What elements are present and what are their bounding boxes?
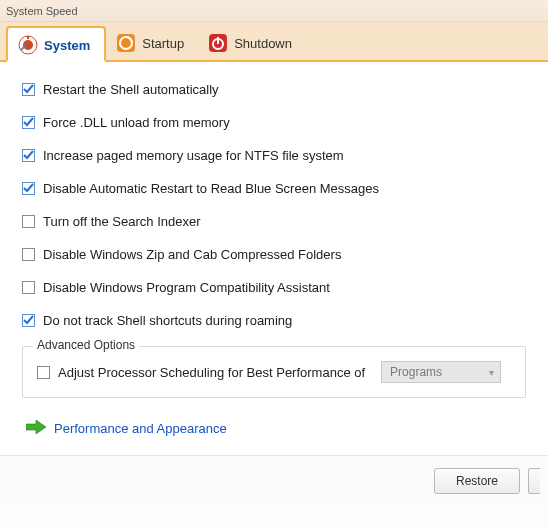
select-value: Programs bbox=[390, 365, 442, 379]
tab-label: Startup bbox=[142, 36, 184, 51]
checkbox[interactable] bbox=[22, 116, 35, 129]
footer-bar: Restore bbox=[0, 455, 548, 506]
tab-startup[interactable]: Startup bbox=[106, 24, 198, 60]
option-paged-memory[interactable]: Increase paged memory usage for NTFS fil… bbox=[22, 148, 526, 163]
svg-rect-2 bbox=[27, 36, 29, 39]
option-label: Disable Automatic Restart to Read Blue S… bbox=[43, 181, 379, 196]
option-no-track-roaming[interactable]: Do not track Shell shortcuts during roam… bbox=[22, 313, 526, 328]
option-label: Increase paged memory usage for NTFS fil… bbox=[43, 148, 344, 163]
option-search-indexer[interactable]: Turn off the Search Indexer bbox=[22, 214, 526, 229]
svg-point-1 bbox=[23, 40, 33, 50]
checkbox[interactable] bbox=[22, 314, 35, 327]
tab-label: System bbox=[44, 38, 90, 53]
scheduling-select[interactable]: Programs ▾ bbox=[381, 361, 501, 383]
option-label: Turn off the Search Indexer bbox=[43, 214, 201, 229]
checkbox[interactable] bbox=[37, 366, 50, 379]
tab-shutdown[interactable]: Shutdown bbox=[198, 24, 306, 60]
advanced-options-group: Advanced Options Adjust Processor Schedu… bbox=[22, 346, 526, 398]
window-title: System Speed bbox=[6, 5, 78, 17]
system-icon bbox=[18, 35, 38, 55]
option-label: Restart the Shell automatically bbox=[43, 82, 219, 97]
option-label: Adjust Processor Scheduling for Best Per… bbox=[58, 365, 365, 380]
title-bar: System Speed bbox=[0, 0, 548, 22]
option-disable-restart[interactable]: Disable Automatic Restart to Read Blue S… bbox=[22, 181, 526, 196]
checkbox[interactable] bbox=[22, 149, 35, 162]
restore-button[interactable]: Restore bbox=[434, 468, 520, 494]
tab-content-system: Restart the Shell automatically Force .D… bbox=[0, 62, 548, 455]
option-zip-cab[interactable]: Disable Windows Zip and Cab Compressed F… bbox=[22, 247, 526, 262]
startup-icon bbox=[116, 33, 136, 53]
performance-appearance-link-row: Performance and Appearance bbox=[26, 420, 526, 437]
arrow-right-icon bbox=[26, 420, 46, 437]
checkbox[interactable] bbox=[22, 281, 35, 294]
checkbox[interactable] bbox=[22, 215, 35, 228]
shutdown-icon bbox=[208, 33, 228, 53]
option-adjust-scheduling[interactable]: Adjust Processor Scheduling for Best Per… bbox=[37, 361, 511, 383]
checkbox[interactable] bbox=[22, 182, 35, 195]
checkbox[interactable] bbox=[22, 248, 35, 261]
tab-label: Shutdown bbox=[234, 36, 292, 51]
group-legend: Advanced Options bbox=[33, 338, 139, 352]
tab-strip: System Startup Shutdown bbox=[0, 22, 548, 62]
option-force-dll[interactable]: Force .DLL unload from memory bbox=[22, 115, 526, 130]
next-button-partial[interactable] bbox=[528, 468, 540, 494]
option-label: Disable Windows Program Compatibility As… bbox=[43, 280, 330, 295]
option-label: Disable Windows Zip and Cab Compressed F… bbox=[43, 247, 341, 262]
tab-system[interactable]: System bbox=[6, 26, 106, 62]
performance-appearance-link[interactable]: Performance and Appearance bbox=[54, 421, 227, 436]
option-compat-assist[interactable]: Disable Windows Program Compatibility As… bbox=[22, 280, 526, 295]
option-label: Force .DLL unload from memory bbox=[43, 115, 230, 130]
checkbox[interactable] bbox=[22, 83, 35, 96]
option-restart-shell[interactable]: Restart the Shell automatically bbox=[22, 82, 526, 97]
option-label: Do not track Shell shortcuts during roam… bbox=[43, 313, 292, 328]
chevron-down-icon: ▾ bbox=[489, 367, 494, 378]
